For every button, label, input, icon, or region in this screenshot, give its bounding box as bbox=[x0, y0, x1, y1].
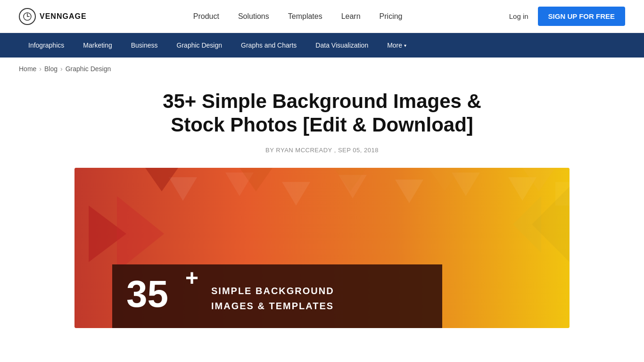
more-label: More bbox=[387, 41, 402, 49]
top-navigation: VENNGAGE Product Solutions Templates Lea… bbox=[0, 0, 644, 33]
svg-text:IMAGES & TEMPLATES: IMAGES & TEMPLATES bbox=[211, 301, 334, 311]
svg-text:SIMPLE BACKGROUND: SIMPLE BACKGROUND bbox=[211, 286, 334, 296]
nav-pricing[interactable]: Pricing bbox=[380, 12, 403, 21]
breadcrumb-sep-2: › bbox=[60, 65, 63, 73]
sec-nav-graphs-charts[interactable]: Graphs and Charts bbox=[231, 33, 306, 58]
sec-nav-infographics[interactable]: Infographics bbox=[19, 33, 74, 58]
svg-text:35: 35 bbox=[126, 273, 168, 315]
article-date: SEP 05, 2018 bbox=[338, 147, 379, 154]
article-meta: BY RYAN MCCREADY , SEP 05, 2018 bbox=[19, 147, 625, 154]
chevron-down-icon: ▾ bbox=[404, 43, 406, 48]
hero-image: 35 + SIMPLE BACKGROUND IMAGES & TEMPLATE… bbox=[74, 168, 570, 328]
nav-product[interactable]: Product bbox=[193, 12, 219, 21]
meta-by: BY bbox=[265, 147, 274, 154]
hero-bg-decoration: 35 + SIMPLE BACKGROUND IMAGES & TEMPLATE… bbox=[74, 168, 570, 328]
nav-templates[interactable]: Templates bbox=[288, 12, 322, 21]
logo-link[interactable]: VENNGAGE bbox=[19, 8, 87, 25]
breadcrumb: Home › Blog › Graphic Design bbox=[0, 58, 644, 80]
nav-right-area: Log in SIGN UP FOR FREE bbox=[509, 7, 625, 26]
article-title: 35+ Simple Background Images & Stock Pho… bbox=[143, 90, 501, 137]
login-button[interactable]: Log in bbox=[509, 12, 528, 20]
sec-nav-graphic-design[interactable]: Graphic Design bbox=[167, 33, 232, 58]
meta-comma: , bbox=[334, 147, 336, 154]
nav-solutions[interactable]: Solutions bbox=[238, 12, 269, 21]
sec-nav-data-viz[interactable]: Data Visualization bbox=[306, 33, 378, 58]
sec-nav-marketing[interactable]: Marketing bbox=[74, 33, 121, 58]
main-nav-links: Product Solutions Templates Learn Pricin… bbox=[193, 12, 403, 21]
svg-text:+: + bbox=[185, 265, 198, 290]
sec-nav-more[interactable]: More ▾ bbox=[378, 33, 416, 58]
nav-learn[interactable]: Learn bbox=[341, 12, 361, 21]
secondary-navigation: Infographics Marketing Business Graphic … bbox=[0, 33, 644, 58]
main-content: 35+ Simple Background Images & Stock Pho… bbox=[0, 80, 644, 347]
logo-icon bbox=[19, 8, 36, 25]
sec-nav-business[interactable]: Business bbox=[122, 33, 167, 58]
breadcrumb-sep-1: › bbox=[39, 65, 41, 73]
breadcrumb-home[interactable]: Home bbox=[19, 65, 36, 73]
logo-text: VENNGAGE bbox=[40, 12, 87, 21]
breadcrumb-blog[interactable]: Blog bbox=[44, 65, 58, 73]
breadcrumb-current: Graphic Design bbox=[66, 65, 111, 73]
author-name: RYAN MCCREADY bbox=[276, 147, 332, 154]
signup-button[interactable]: SIGN UP FOR FREE bbox=[538, 7, 625, 26]
